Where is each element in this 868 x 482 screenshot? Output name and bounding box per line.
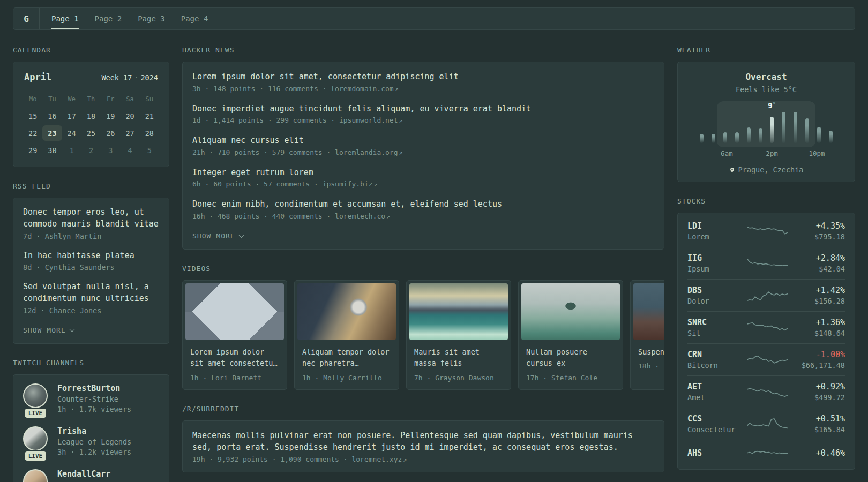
- stocks-widget: STOCKS LDILorem +4.35%$795.18 IIGIpsum +…: [677, 197, 855, 470]
- weather-location[interactable]: Prague, Czechia: [687, 165, 845, 174]
- rss-item-title[interactable]: In hac habitasse platea: [23, 250, 159, 262]
- stock-price: $795.18: [796, 232, 845, 241]
- calendar-dow: Tu: [42, 91, 62, 107]
- video-card[interactable]: Nullam posuere cursus ex 17h · Stefan Co…: [518, 280, 623, 390]
- twitch-channel-name[interactable]: ForrestBurton: [57, 383, 131, 393]
- twitch-channel-name[interactable]: KendallCarr: [57, 469, 110, 479]
- tab-page-4[interactable]: Page 4: [181, 8, 208, 29]
- section-title-hackernews: HACKER NEWS: [182, 46, 664, 54]
- calendar-day: 16: [42, 108, 62, 124]
- calendar-day-next-month: 1: [62, 142, 81, 158]
- video-card[interactable]: Suspendisse diam 18h · Tara: [630, 280, 664, 390]
- weather-current-temp: 9°: [768, 101, 775, 110]
- calendar-header: April Week 17·2024: [24, 72, 158, 82]
- stock-row[interactable]: SNRCSit +1.36%$148.64: [687, 311, 845, 343]
- video-title: Suspendisse diam: [633, 347, 664, 358]
- hn-item: Lorem ipsum dolor sit amet, consectetur …: [192, 71, 654, 93]
- weather-bar: [782, 112, 785, 143]
- hn-item-domain-link[interactable]: ipsumify.biz: [323, 180, 373, 188]
- calendar-day: 22: [23, 125, 42, 141]
- video-meta: 18h · Tara: [633, 362, 664, 370]
- hn-show-more-button[interactable]: SHOW MORE: [192, 232, 243, 240]
- stock-change: -1.00%: [796, 350, 845, 359]
- stock-row[interactable]: CCSConsectetur +0.51%$165.84: [687, 408, 845, 440]
- tab-page-2[interactable]: Page 2: [95, 8, 122, 29]
- calendar-day: 17: [62, 108, 81, 124]
- rss-item-title[interactable]: Donec tempor eros leo, ut commodo mauris…: [23, 207, 159, 230]
- weather-bar: [712, 134, 715, 143]
- calendar-day: 20: [120, 108, 139, 124]
- calendar-day-selected: 23: [42, 125, 62, 141]
- reddit-post-title[interactable]: Maecenas mollis pulvinar erat non posuer…: [192, 430, 654, 454]
- twitch-channel-name[interactable]: Trisha: [57, 426, 131, 436]
- twitch-avatar: [23, 469, 48, 482]
- stock-sparkline: [747, 417, 788, 432]
- hn-meta-text: 1d · 1,414 points · 299 comments ·: [192, 116, 339, 124]
- left-column: CALENDAR April Week 17·2024 Mo Tu We Th …: [13, 46, 169, 482]
- calendar-dow: Fr: [101, 91, 120, 107]
- app-logo[interactable]: G: [13, 8, 40, 29]
- reddit-post-domain-link[interactable]: loremnet.xyz: [351, 455, 402, 463]
- stock-price: $66,171.48: [796, 361, 845, 370]
- calendar-day-next-month: 5: [140, 142, 159, 158]
- hn-item-title[interactable]: Donec imperdiet augue tincidunt felis al…: [192, 103, 654, 115]
- stock-row[interactable]: CRNBitcorn -1.00%$66,171.48: [687, 343, 845, 375]
- stock-values: +4.35%$795.18: [796, 221, 845, 241]
- video-card[interactable]: Lorem ipsum dolor sit amet consectetu… 1…: [182, 280, 287, 390]
- external-link-icon: ↗: [394, 85, 399, 93]
- section-title-stocks: STOCKS: [677, 197, 855, 205]
- twitch-channel-row[interactable]: LIVE KendallCarr: [23, 469, 159, 482]
- video-meta: 7h · Grayson Dawson: [409, 374, 508, 382]
- stock-row[interactable]: DBSDolor +1.42%$156.28: [687, 279, 845, 311]
- weather-condition: Overcast: [687, 72, 845, 82]
- section-title-videos: VIDEOS: [182, 265, 664, 273]
- stock-row[interactable]: IIGIpsum +2.84%$42.04: [687, 247, 845, 279]
- stock-values: +1.42%$156.28: [796, 285, 845, 305]
- hn-item-domain-link[interactable]: ipsumworld.net: [339, 116, 398, 124]
- calendar-day: 28: [140, 125, 159, 141]
- stock-row[interactable]: LDILorem +4.35%$795.18: [687, 215, 845, 247]
- calendar-day: 27: [120, 125, 139, 141]
- video-meta: 1h · Lori Barnett: [185, 374, 284, 382]
- hn-item: Integer eget rutrum lorem 6h · 60 points…: [192, 167, 654, 189]
- stock-row[interactable]: AETAmet +0.92%$499.72: [687, 375, 845, 408]
- twitch-channel-info: ForrestBurton Counter-Strike 1h · 1.7k v…: [57, 383, 131, 413]
- stock-row[interactable]: AHS +0.46%: [687, 440, 845, 467]
- tab-page-3[interactable]: Page 3: [138, 8, 165, 29]
- tab-page-1[interactable]: Page 1: [51, 8, 79, 29]
- calendar-dow: Mo: [23, 91, 42, 107]
- rss-item-title[interactable]: Sed volutpat nulla nisl, a condimentum n…: [23, 281, 159, 305]
- weather-bar: [794, 112, 797, 143]
- calendar-dow: Su: [140, 91, 159, 107]
- weather-widget: WEATHER Overcast Feels like 5°C 9° 6am 2…: [677, 46, 855, 182]
- stock-ticker: CRN: [687, 350, 739, 359]
- stock-change: +2.84%: [796, 253, 845, 263]
- stock-ticker: DBS: [687, 285, 739, 295]
- twitch-channel-row[interactable]: LIVE ForrestBurton Counter-Strike 1h · 1…: [23, 383, 159, 413]
- hn-item-title[interactable]: Aliquam nec cursus elit: [192, 134, 654, 147]
- subreddit-widget: /R/SUBREDDIT Maecenas mollis pulvinar er…: [182, 405, 664, 472]
- hn-item-meta: 1d · 1,414 points · 299 comments · ipsum…: [192, 116, 654, 124]
- hn-item-domain-link[interactable]: loremtech.co: [335, 212, 385, 220]
- stock-id: DBSDolor: [687, 285, 739, 305]
- video-card[interactable]: Mauris sit amet massa felis 7h · Grayson…: [406, 280, 511, 390]
- hn-item-title[interactable]: Donec enim nibh, condimentum et accumsan…: [192, 198, 654, 210]
- hn-item-title[interactable]: Integer eget rutrum lorem: [192, 167, 654, 179]
- rss-show-more-button[interactable]: SHOW MORE: [23, 326, 74, 334]
- calendar-week-label: Week 17: [101, 73, 132, 82]
- hn-item: Aliquam nec cursus elit 21h · 710 points…: [192, 134, 654, 156]
- stock-change: +0.51%: [796, 414, 845, 424]
- stock-name: Bitcorn: [687, 361, 739, 370]
- calendar-widget: CALENDAR April Week 17·2024 Mo Tu We Th …: [13, 46, 169, 167]
- calendar-dow: Th: [81, 91, 101, 107]
- weather-bar: [759, 128, 762, 143]
- hn-item-title[interactable]: Lorem ipsum dolor sit amet, consectetur …: [192, 71, 654, 83]
- video-card[interactable]: Aliquam tempor dolor nec pharetra… 1h · …: [294, 280, 399, 390]
- twitch-avatar-wrap: LIVE: [23, 383, 48, 413]
- hn-item-domain-link[interactable]: loremlandia.org: [335, 148, 398, 156]
- twitch-channel-row[interactable]: LIVE Trisha League of Legends 3h · 1.2k …: [23, 426, 159, 456]
- video-thumbnail: [409, 283, 508, 340]
- hn-item-domain-link[interactable]: loremdomain.com: [331, 85, 393, 93]
- video-title: Aliquam tempor dolor nec pharetra…: [297, 347, 396, 370]
- section-title-subreddit: /R/SUBREDDIT: [182, 405, 664, 413]
